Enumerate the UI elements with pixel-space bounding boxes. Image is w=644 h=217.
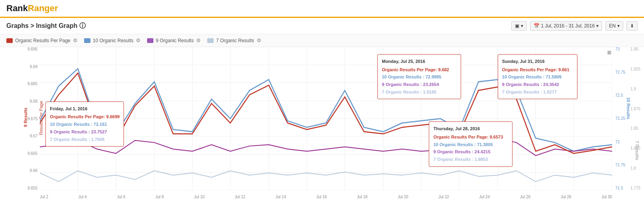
date-chevron: ▾ xyxy=(596,23,599,29)
tooltip-jul31-line3: 9 Organic Results : 24.3542 xyxy=(502,81,573,88)
y-axis-10results-label: 10 Results xyxy=(626,98,630,119)
legend-gear-icon[interactable]: ⚙ xyxy=(73,37,78,43)
tooltip-jul28-line3: 9 Organic Results : 24.4215 xyxy=(433,148,508,156)
x-label-jul8: Jul 8 xyxy=(155,195,164,199)
x-label-jul20: Jul 20 xyxy=(398,195,408,199)
tooltip-jul25-line3: 9 Organic Results : 23.2654 xyxy=(382,81,457,88)
x-label-jul18: Jul 18 xyxy=(357,195,368,199)
hamburger-menu-icon[interactable]: ≡ xyxy=(607,49,611,57)
tooltip-jul28-line1: Organic Results Per Page: 9.6573 xyxy=(433,133,508,141)
calendar-icon: 📅 xyxy=(534,23,540,29)
language-chevron: ▾ xyxy=(617,23,620,29)
y-axis-right-purple: 1.95 1.925 1.9 1.875 1.85 1.825 1.8 1.77… xyxy=(630,47,644,190)
logo-ranger: Ranger xyxy=(28,3,58,13)
tooltip-jul25-date: Monday, Jul 25, 2016 xyxy=(382,58,457,65)
tooltip-jul1-line3: 9 Organic Results : 23.7527 xyxy=(50,128,120,136)
y-axis-7results-label: 7 Results xyxy=(635,141,640,160)
legend-item: 10 Organic Results ⚙ xyxy=(84,37,141,43)
tooltip-jul1-date: Friday, Jul 1, 2016 xyxy=(50,105,120,113)
x-label-jul2: Jul 2 xyxy=(40,195,48,199)
x-label-jul6: Jul 6 xyxy=(117,195,125,199)
x-label-jul14: Jul 14 xyxy=(275,195,286,199)
legend-label: 10 Organic Results xyxy=(93,38,134,43)
report-button[interactable]: ▣ ▾ xyxy=(511,21,527,31)
download-button[interactable]: ⬇ xyxy=(626,21,638,31)
tooltip-jul28-line2: 10 Organic Results : 71.3805 xyxy=(433,141,508,149)
x-label-jul24: Jul 24 xyxy=(479,195,490,199)
tooltip-jul1-line2: 10 Organic Results : 72.161 xyxy=(50,121,120,128)
x-label-jul10: Jul 10 xyxy=(194,195,205,199)
legend-label: 9 Organic Results xyxy=(156,38,194,43)
chart-container: 9.695 9.69 9.685 9.68 9.675 9.67 9.665 9… xyxy=(0,47,644,202)
top-bar: RankRanger xyxy=(0,0,644,18)
date-range-label: 1 Jul, 2016 - 31 Jul, 2016 xyxy=(541,23,595,29)
report-chevron: ▾ xyxy=(521,23,523,29)
logo: RankRanger xyxy=(6,3,638,14)
tooltip-jul25: Monday, Jul 25, 2016 Organic Results Per… xyxy=(377,54,461,99)
tooltip-jul25-line2: 10 Organic Results : 72.9985 xyxy=(382,73,457,81)
report-icon: ▣ xyxy=(515,23,519,29)
download-icon: ⬇ xyxy=(630,23,634,29)
tooltip-jul28-line4: 7 Organic Results : 1.8853 xyxy=(433,156,508,163)
legend-gear-icon[interactable]: ⚙ xyxy=(257,37,261,43)
tooltip-jul31-date: Sunday, Jul 31, 2016 xyxy=(502,58,573,65)
x-label-jul30: Jul 30 xyxy=(601,195,612,199)
legend-bar: Organic Results Per Page ⚙ 10 Organic Re… xyxy=(0,34,644,47)
tooltip-jul25-line1: Organic Results Per Page: 9.682 xyxy=(382,66,457,74)
tooltip-jul31-line2: 10 Organic Results : 71.5809 xyxy=(502,73,573,81)
legend-item: Organic Results Per Page ⚙ xyxy=(6,37,78,43)
breadcrumb-bar: Graphs > Insight Graph ⓘ ▣ ▾ 📅 1 Jul, 20… xyxy=(0,18,644,34)
x-label-jul22: Jul 22 xyxy=(438,195,449,199)
legend-gear-icon[interactable]: ⚙ xyxy=(196,37,201,43)
legend-label: 7 Organic Results xyxy=(216,38,254,43)
x-axis: Jul 2 Jul 4 Jul 6 Jul 8 Jul 10 Jul 12 Ju… xyxy=(40,191,612,202)
legend-gear-icon[interactable]: ⚙ xyxy=(136,37,141,43)
y-axis-left: 9.695 9.69 9.685 9.68 9.675 9.67 9.665 9… xyxy=(20,47,39,190)
language-label: EN xyxy=(609,23,616,29)
date-range-button[interactable]: 📅 1 Jul, 2016 - 31 Jul, 2016 ▾ xyxy=(530,21,603,31)
y-axis-9results-label: 9 Results xyxy=(23,108,28,127)
x-label-jul26: Jul 26 xyxy=(520,195,531,199)
language-button[interactable]: EN ▾ xyxy=(605,21,623,31)
x-label-jul16: Jul 16 xyxy=(316,195,327,199)
toolbar-right: ▣ ▾ 📅 1 Jul, 2016 - 31 Jul, 2016 ▾ EN ▾ … xyxy=(511,21,638,31)
tooltip-jul1-line1: Organic Results Per Page: 9.6699 xyxy=(50,113,120,121)
x-label-jul4: Jul 4 xyxy=(79,195,87,199)
x-label-jul12: Jul 12 xyxy=(235,195,245,199)
tooltip-jul31-line1: Organic Results Per Page: 9.661 xyxy=(502,66,573,74)
tooltip-jul28-date: Thursday, Jul 28, 2016 xyxy=(433,125,508,133)
logo-rank: Rank xyxy=(6,3,28,13)
legend-item: 7 Organic Results ⚙ xyxy=(207,37,261,43)
tooltip-jul28: Thursday, Jul 28, 2016 Organic Results P… xyxy=(429,121,512,166)
legend-label: Organic Results Per Page xyxy=(15,38,71,43)
tooltip-jul1-line4: 7 Organic Results : 1.7606 xyxy=(50,136,120,143)
tooltip-jul1: Friday, Jul 1, 2016 Organic Results Per … xyxy=(45,102,124,147)
breadcrumb: Graphs > Insight Graph ⓘ xyxy=(6,22,86,30)
9-organic-results-line xyxy=(40,138,612,156)
tooltip-jul31: Sunday, Jul 31, 2016 Organic Results Per… xyxy=(498,54,577,99)
x-label-jul28: Jul 28 xyxy=(561,195,571,199)
chart-svg-wrapper: Friday, Jul 1, 2016 Organic Results Per … xyxy=(40,47,612,190)
legend-item: 9 Organic Results ⚙ xyxy=(147,37,201,43)
tooltip-jul31-line4: 7 Organic Results : 1.9277 xyxy=(502,88,573,96)
tooltip-jul25-line4: 7 Organic Results : 1.8185 xyxy=(382,88,457,96)
